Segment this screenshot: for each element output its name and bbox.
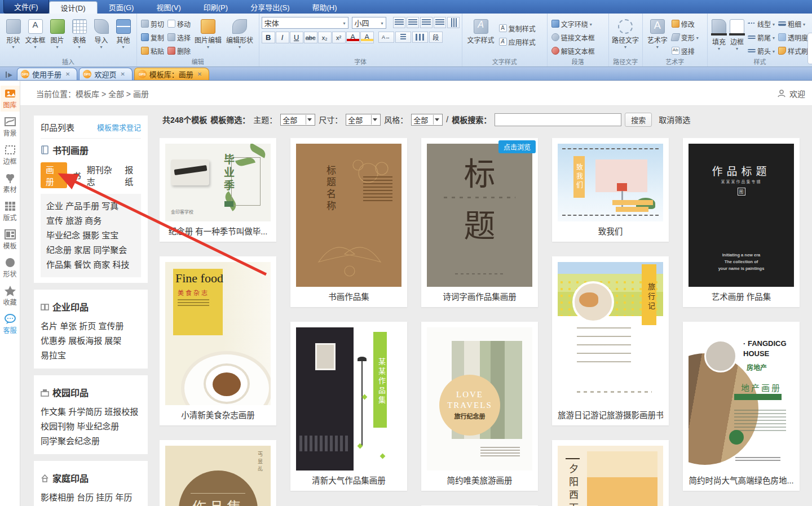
highlight-color-button[interactable]: A [360, 32, 374, 43]
theme-select[interactable]: 全部 [280, 114, 315, 126]
template-card-graduation[interactable]: 毕业季 金印客学校 纪念册 有一种季节叫做毕... [160, 138, 276, 242]
template-search-input[interactable] [495, 113, 621, 126]
underline-button[interactable]: U [290, 32, 303, 43]
align-right-button[interactable] [420, 17, 433, 28]
user-icon[interactable] [777, 89, 786, 98]
style-brush-button[interactable]: 样式刷 [776, 44, 810, 57]
subcategory-line[interactable]: 企业 产品手册 写真 [46, 199, 135, 214]
wordart-modify-button[interactable]: 修改 [670, 17, 700, 30]
delete-button[interactable]: 删除 [166, 44, 192, 57]
arrow-tail-button[interactable]: 箭尾 [746, 30, 776, 44]
select-button[interactable]: 选择 [166, 30, 192, 44]
thickness-button[interactable]: 粗细 [776, 17, 810, 30]
font-size-select[interactable]: 小四 [352, 17, 386, 29]
wordart-vertical-button[interactable]: Ab竖排 [670, 44, 700, 57]
doc-tab-manual[interactable]: DPS 使用手册 ✕ [17, 68, 77, 80]
menu-tab-view[interactable]: 视图(V) [145, 0, 192, 14]
subcategory-line[interactable]: 作品集 餐饮 商家 科技 [46, 258, 135, 272]
edit-shape-button[interactable]: 编辑形状 [224, 17, 255, 49]
rail-item-layout[interactable]: 版式 [1, 198, 20, 224]
border-button[interactable]: 边框 [728, 17, 746, 51]
wordart-transform-button[interactable]: 变形 [670, 30, 700, 44]
char-spacing-button[interactable]: A↔ [378, 32, 394, 43]
insert-picture-button[interactable]: 图片 [46, 17, 68, 49]
paragraph-button[interactable]: 段 [429, 32, 443, 43]
ribbon-overflow-button[interactable] [807, 33, 812, 64]
rail-item-shape[interactable]: 形状 [1, 255, 20, 281]
file-menu-button[interactable]: 文件(F) [3, 0, 49, 14]
align-justify-button[interactable] [434, 17, 446, 28]
subcategory-line[interactable]: 毕业纪念 摄影 宝宝 [46, 228, 135, 243]
tab-expand-button[interactable]: ▶ [1, 69, 17, 80]
line-type-button[interactable]: 线型 [746, 17, 776, 30]
category-chip-album[interactable]: 画册 [41, 162, 67, 188]
category-chip-newspaper[interactable]: 报纸 [125, 163, 141, 187]
category-chip-magazine[interactable]: 期刊杂志 [87, 163, 119, 187]
rail-item-template[interactable]: 模板 [1, 227, 20, 252]
style-select[interactable]: 全部 [411, 114, 443, 126]
apply-style-button[interactable]: A应用样式 [497, 35, 537, 48]
insert-other-button[interactable]: 其他 [112, 17, 134, 49]
doc-tab-welcome[interactable]: DPS 欢迎页 ✕ [79, 68, 132, 80]
doc-tab-template-library[interactable]: DPS 模板库：画册 ✕ [134, 68, 209, 80]
copy-style-button[interactable]: A复制样式 [497, 21, 537, 35]
font-color-button[interactable]: A [346, 32, 360, 43]
columns-button[interactable] [412, 32, 428, 43]
subcategory-line[interactable]: 宣传 旅游 商务 [46, 214, 135, 228]
menu-tab-share-export[interactable]: 分享导出(S) [239, 0, 301, 14]
rail-item-favorites[interactable]: 收藏 [1, 283, 20, 309]
close-tab-icon[interactable]: ✕ [119, 70, 126, 78]
bold-button[interactable]: B [262, 32, 275, 43]
rail-item-border[interactable]: 边框 [1, 142, 20, 168]
insert-textbox-button[interactable]: A文本框 [24, 17, 46, 49]
copy-button[interactable]: 复制 [139, 30, 166, 44]
wordart-button[interactable]: A艺术字 [645, 17, 670, 49]
cut-button[interactable]: 剪切 [139, 17, 166, 30]
subcategory-line[interactable]: 优惠券 展板海报 展架 [41, 334, 141, 348]
line-spacing-button[interactable] [395, 32, 411, 43]
link-textbox-button[interactable]: 链接文本框 [550, 30, 597, 44]
subcategory-line[interactable]: 纪念册 家居 同学聚会 [46, 243, 135, 258]
template-card-calligraphy[interactable]: 标题名称 书画作品集 [290, 138, 407, 307]
subcategory-line[interactable]: 校园刊物 毕业纪念册 [41, 419, 141, 434]
template-card-finefood[interactable]: Fine food 美食杂志 小清新美食杂志画册 [160, 256, 276, 425]
align-distribute-button[interactable] [447, 17, 460, 28]
template-card-real-estate[interactable]: · FANGDICGHOUSE 房地产 地产画册 简约时尚大气高端绿色房地... [683, 322, 800, 491]
subcategory-line[interactable]: 影楼相册 台历 挂历 年历 [41, 490, 141, 505]
fill-button[interactable]: 填充 [710, 17, 728, 51]
menu-tab-page[interactable]: 页面(G) [98, 0, 145, 14]
click-preview-badge[interactable]: 点击浏览 [498, 140, 536, 153]
template-card-travel-diary[interactable]: 旅行记 旅游日记游记旅游摄影画册书 [552, 256, 669, 425]
picture-edit-button[interactable]: 图片编辑 [192, 17, 224, 49]
template-card-art-album[interactable]: 作品标题 某某某作品集专辑 图 Initiating a new era The… [683, 138, 800, 307]
align-left-button[interactable] [393, 17, 405, 28]
subcategory-line[interactable]: 名片 单张 折页 宣传册 [41, 319, 141, 334]
menu-tab-print[interactable]: 印刷(P) [192, 0, 239, 14]
rail-item-background[interactable]: 背景 [1, 114, 20, 140]
template-request-link[interactable]: 模板需求登记 [97, 122, 141, 132]
align-center-button[interactable] [407, 17, 419, 28]
paste-button[interactable]: 粘贴 [139, 44, 166, 57]
size-select[interactable]: 全部 [346, 114, 381, 126]
arrow-head-button[interactable]: 箭头 [746, 44, 776, 57]
rail-item-service[interactable]: 客服 [1, 311, 20, 337]
menu-tab-help[interactable]: 帮助(H) [301, 0, 348, 14]
cancel-filter-button[interactable]: 取消筛选 [659, 114, 690, 125]
path-text-button[interactable]: 路径文字 [611, 17, 639, 49]
template-card-love-travels[interactable]: LOVE TRAVELS 旅行纪念册 简约唯美旅游画册 [421, 322, 538, 491]
italic-button[interactable]: I [276, 32, 289, 43]
rail-item-material[interactable]: 素材 [1, 170, 20, 196]
category-chip-book[interactable]: 书 [73, 170, 81, 181]
text-style-button[interactable]: A文字样式 [465, 17, 497, 45]
template-card-works-black[interactable]: 某某作品集 清新大气作品集画册 [290, 322, 407, 491]
transparency-button[interactable]: 透明度 [776, 30, 810, 44]
menu-tab-design[interactable]: 设计(D) [49, 1, 98, 14]
text-wrap-button[interactable]: 文字环绕 [550, 17, 597, 30]
font-family-select[interactable]: 宋体 [262, 17, 348, 29]
search-button[interactable]: 搜索 [625, 113, 652, 127]
template-card-poetry[interactable]: 点击浏览 标 题 诗词字画作品集画册 [421, 138, 538, 307]
close-tab-icon[interactable]: ✕ [196, 70, 203, 78]
strikethrough-button[interactable]: abc [304, 32, 317, 43]
subcategory-line[interactable]: 作文集 升学简历 班报校报 [41, 405, 141, 419]
move-button[interactable]: 移动 [166, 17, 192, 30]
